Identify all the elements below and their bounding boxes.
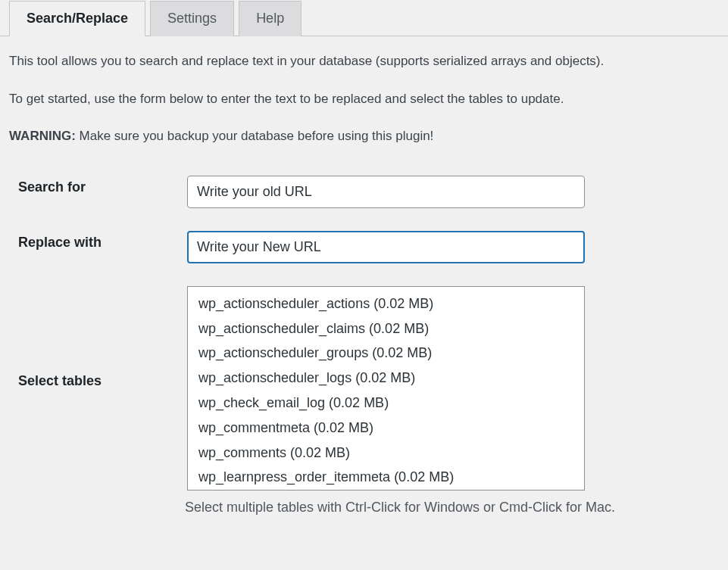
table-option[interactable]: wp_actionscheduler_actions (0.02 MB) <box>188 291 584 316</box>
table-option[interactable]: wp_learnpress_order_items (0.02 MB) <box>188 490 584 491</box>
label-select-tables: Select tables <box>9 275 180 527</box>
row-select-tables: Select tables wp_actionscheduler_actions… <box>9 275 719 527</box>
select-tables-list[interactable]: wp_actionscheduler_actions (0.02 MB)wp_a… <box>187 286 585 491</box>
select-tables-help: Select multiple tables with Ctrl-Click f… <box>185 500 711 515</box>
replace-with-input[interactable] <box>187 231 585 263</box>
tab-content: This tool allows you to search and repla… <box>0 36 728 536</box>
intro-line-2: To get started, use the form below to en… <box>9 89 719 109</box>
table-option[interactable]: wp_actionscheduler_claims (0.02 MB) <box>188 316 584 341</box>
row-search-for: Search for <box>9 164 719 220</box>
intro-line-1: This tool allows you to search and repla… <box>9 51 719 71</box>
tab-settings[interactable]: Settings <box>150 1 234 36</box>
search-for-input[interactable] <box>187 176 585 208</box>
warning-label: WARNING: <box>9 129 76 143</box>
table-option[interactable]: wp_actionscheduler_groups (0.02 MB) <box>188 341 584 366</box>
label-search-for: Search for <box>9 164 180 220</box>
table-option[interactable]: wp_comments (0.02 MB) <box>188 441 584 466</box>
tabs-bar: Search/Replace Settings Help <box>0 0 728 36</box>
label-replace-with: Replace with <box>9 220 180 275</box>
tab-help[interactable]: Help <box>239 1 302 36</box>
row-replace-with: Replace with <box>9 220 719 275</box>
table-option[interactable]: wp_learnpress_order_itemmeta (0.02 MB) <box>188 465 584 490</box>
warning-line: WARNING: Make sure you backup your datab… <box>9 126 719 146</box>
table-option[interactable]: wp_commentmeta (0.02 MB) <box>188 416 584 441</box>
table-option[interactable]: wp_actionscheduler_logs (0.02 MB) <box>188 366 584 391</box>
form-table: Search for Replace with Select tables wp… <box>9 164 719 527</box>
tab-search-replace[interactable]: Search/Replace <box>9 1 145 36</box>
warning-text: Make sure you backup your database befor… <box>76 129 434 143</box>
table-option[interactable]: wp_check_email_log (0.02 MB) <box>188 391 584 416</box>
